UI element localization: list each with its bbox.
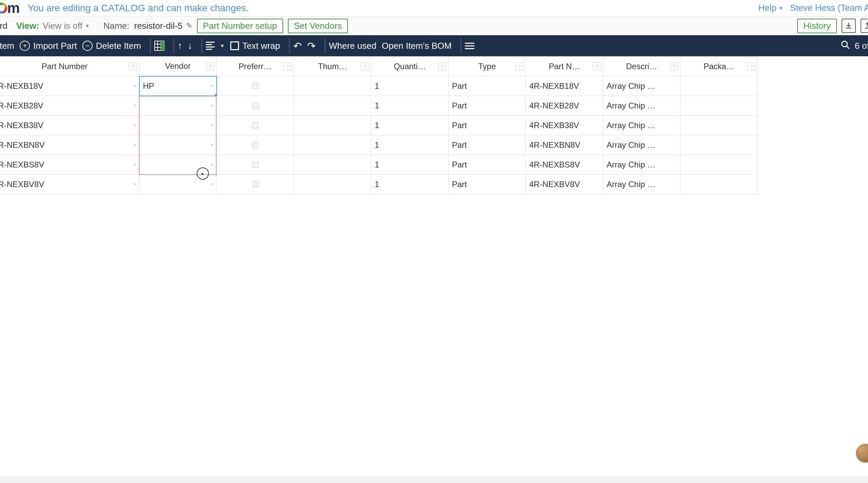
- view-dropdown[interactable]: View is off ▼: [42, 21, 90, 31]
- cell-part-number[interactable]: 4R-NEXB18V▼: [0, 76, 139, 96]
- open-items-bom-button[interactable]: Open Item's BOM: [382, 41, 452, 51]
- col-header-description[interactable]: Descri…▽: [603, 57, 680, 76]
- cell-quantity[interactable]: 1: [371, 175, 449, 194]
- table-row[interactable]: 4R-NEXBN8V▼▼1Part4R-NEXBN8VArray Chip …: [0, 135, 758, 155]
- cell-description[interactable]: Array Chip …: [603, 96, 680, 116]
- col-header-part-number[interactable]: Part Number▽: [0, 57, 139, 76]
- cell-type[interactable]: Part: [449, 76, 526, 96]
- filter-icon[interactable]: ▽: [283, 62, 292, 71]
- cell-quantity[interactable]: 1: [371, 135, 449, 155]
- download-icon[interactable]: [842, 19, 856, 33]
- help-link[interactable]: Help ▼: [758, 3, 783, 13]
- logo[interactable]: nb m: [0, 0, 20, 16]
- cell-dropdown-icon[interactable]: ▼: [133, 182, 137, 187]
- cell-part-n[interactable]: 4R-NEXB38V: [526, 116, 603, 135]
- cell-quantity[interactable]: 1: [371, 76, 449, 96]
- bottom-scrollbar[interactable]: [0, 476, 868, 483]
- move-down-button[interactable]: ↓: [188, 40, 193, 51]
- cell-vendor[interactable]: ▼: [139, 96, 217, 116]
- cell-quantity[interactable]: 1: [371, 96, 449, 116]
- col-header-thumbnail[interactable]: Thum…▽: [294, 57, 371, 76]
- cell-vendor[interactable]: HP▼: [139, 76, 217, 96]
- part-number-setup-button[interactable]: Part Number setup: [197, 19, 283, 33]
- cell-description[interactable]: Array Chip …: [603, 135, 680, 155]
- checkbox-icon[interactable]: [252, 142, 258, 148]
- set-vendors-button[interactable]: Set Vendors: [288, 19, 348, 33]
- cell-dropdown-icon[interactable]: ▼: [210, 84, 214, 88]
- menu-button[interactable]: [465, 43, 474, 49]
- cell-vendor[interactable]: ▼: [139, 135, 217, 155]
- cell-dropdown-icon[interactable]: ▼: [210, 182, 214, 187]
- add-item-button[interactable]: d Item: [0, 41, 14, 51]
- cell-preferred[interactable]: [217, 116, 294, 135]
- avatar[interactable]: [856, 444, 868, 463]
- cell-dropdown-icon[interactable]: ▼: [133, 162, 137, 167]
- cell-thumbnail[interactable]: [294, 135, 371, 155]
- cell-vendor[interactable]: ▼: [139, 155, 217, 175]
- cell-package[interactable]: [680, 175, 758, 194]
- share-icon[interactable]: [861, 19, 868, 33]
- table-row[interactable]: 4R-NEXB18V▼HP▼1Part4R-NEXB18VArray Chip …: [0, 76, 758, 96]
- table-row[interactable]: 4R-NEXBV8V▼▼1Part4R-NEXBV8VArray Chip …: [0, 175, 758, 194]
- cell-description[interactable]: Array Chip …: [603, 155, 680, 175]
- cell-dropdown-icon[interactable]: ▼: [133, 123, 137, 128]
- cell-description[interactable]: Array Chip …: [603, 76, 680, 96]
- cell-type[interactable]: Part: [449, 116, 526, 135]
- cell-part-n[interactable]: 4R-NEXB28V: [526, 96, 603, 116]
- cell-dropdown-icon[interactable]: ▼: [210, 123, 214, 128]
- cell-thumbnail[interactable]: [294, 155, 371, 175]
- checkbox-icon[interactable]: [252, 103, 258, 109]
- table-row[interactable]: 4R-NEXB28V▼▼1Part4R-NEXB28VArray Chip …: [0, 96, 758, 116]
- cell-thumbnail[interactable]: [294, 175, 371, 194]
- table-row[interactable]: 4R-NEXBS8V▼▼1Part4R-NEXBS8VArray Chip …: [0, 155, 758, 175]
- cell-dropdown-icon[interactable]: ▼: [210, 143, 214, 147]
- filter-icon[interactable]: ▽: [206, 62, 214, 70]
- col-header-quantity[interactable]: Quanti…▽: [371, 57, 449, 76]
- cell-part-number[interactable]: 4R-NEXBN8V▼: [0, 135, 139, 155]
- cell-thumbnail[interactable]: [294, 116, 371, 135]
- user-link[interactable]: Steve Hess (Team Ad: [790, 3, 868, 13]
- filter-icon[interactable]: ▽: [593, 62, 601, 71]
- cell-type[interactable]: Part: [449, 135, 526, 155]
- cell-thumbnail[interactable]: [294, 76, 371, 96]
- cell-dropdown-icon[interactable]: ▼: [210, 162, 214, 167]
- filter-icon[interactable]: ▽: [361, 62, 369, 71]
- cell-dropdown-icon[interactable]: ▼: [133, 143, 137, 147]
- cell-vendor[interactable]: ▼: [139, 175, 217, 194]
- history-button[interactable]: History: [797, 19, 837, 33]
- grid-view-button[interactable]: [154, 41, 164, 51]
- cell-package[interactable]: [680, 155, 758, 175]
- import-part-button[interactable]: + Import Part: [20, 41, 77, 51]
- align-button[interactable]: ▼: [206, 42, 225, 50]
- cell-preferred[interactable]: [217, 155, 294, 175]
- table-row[interactable]: 4R-NEXB38V▼▼1Part4R-NEXB38VArray Chip …: [0, 116, 758, 135]
- cell-part-n[interactable]: 4R-NEXBN8V: [526, 135, 603, 155]
- cell-type[interactable]: Part: [449, 155, 526, 175]
- cell-part-n[interactable]: 4R-NEXBS8V: [526, 155, 603, 175]
- cell-part-number[interactable]: 4R-NEXB38V▼: [0, 116, 139, 135]
- cell-part-n[interactable]: 4R-NEXB18V: [526, 76, 603, 96]
- col-header-package[interactable]: Packa…▽: [680, 57, 758, 76]
- data-grid[interactable]: Part Number▽ Vendor▽ Preferr…▽ Thum…▽ Qu…: [0, 56, 758, 194]
- cell-dropdown-icon[interactable]: ▼: [133, 103, 137, 108]
- cell-part-number[interactable]: 4R-NEXBV8V▼: [0, 175, 139, 194]
- cell-type[interactable]: Part: [449, 96, 526, 116]
- cell-thumbnail[interactable]: [294, 96, 371, 116]
- cell-preferred[interactable]: [217, 96, 294, 116]
- col-header-vendor[interactable]: Vendor▽: [139, 57, 217, 76]
- cell-part-n[interactable]: 4R-NEXBV8V: [526, 175, 603, 194]
- redo-button[interactable]: ↷: [307, 40, 316, 52]
- cell-vendor[interactable]: ▼: [139, 116, 217, 135]
- cell-dropdown-icon[interactable]: ▼: [133, 84, 137, 88]
- filter-icon[interactable]: ▽: [129, 62, 137, 71]
- search-icon[interactable]: [841, 40, 850, 52]
- cell-package[interactable]: [680, 96, 758, 116]
- filter-icon[interactable]: ▽: [515, 62, 524, 71]
- cell-package[interactable]: [680, 76, 758, 96]
- cell-quantity[interactable]: 1: [371, 116, 449, 135]
- cell-type[interactable]: Part: [449, 175, 526, 194]
- cell-preferred[interactable]: [217, 76, 294, 96]
- checkbox-icon[interactable]: [252, 162, 258, 168]
- move-up-button[interactable]: ↑: [178, 40, 182, 51]
- filter-icon[interactable]: ▽: [438, 62, 446, 71]
